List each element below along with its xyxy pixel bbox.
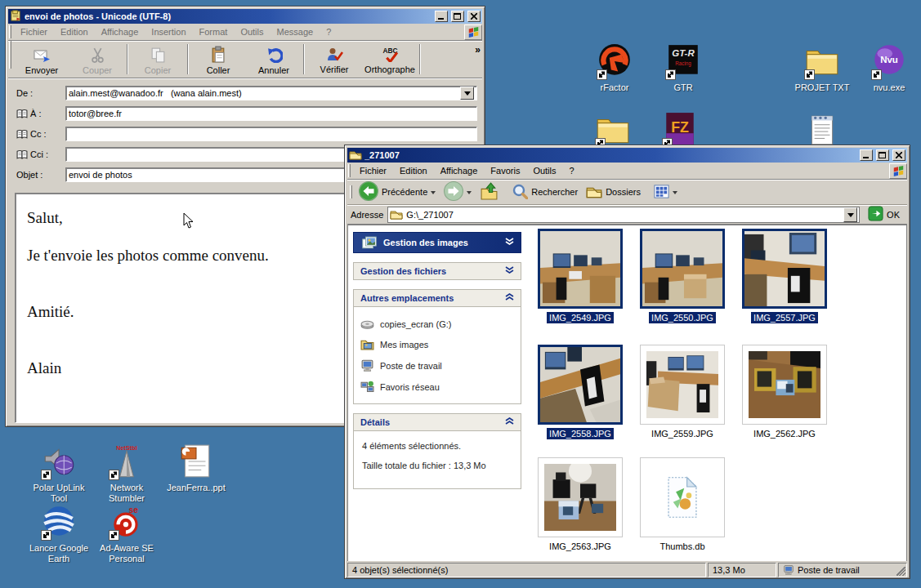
desktop-icon-label: rFactor bbox=[580, 82, 649, 93]
file-item-img-2557-jpg[interactable]: IMG_2557.JPG bbox=[742, 229, 827, 323]
shortcut-arrow-icon bbox=[597, 69, 607, 80]
file-item-img-2563-jpg[interactable]: IMG_2563.JPG bbox=[538, 457, 623, 552]
field-label-à[interactable]: À : bbox=[16, 108, 65, 120]
address-book-icon[interactable] bbox=[16, 149, 28, 161]
menu-favoris[interactable]: Favoris bbox=[484, 163, 526, 178]
field-input-à[interactable]: totor@bree.fr bbox=[65, 106, 477, 121]
menu-message[interactable]: Message bbox=[270, 24, 320, 39]
desktop-icon-rfactor[interactable]: rFactor bbox=[580, 42, 649, 93]
desktop-icon-ad-aware-se-personal[interactable]: se Ad-Aware SE Personal bbox=[92, 503, 161, 564]
place-link-copies-ecran-g-[interactable]: copies_ecran (G:) bbox=[359, 314, 516, 334]
desktop-icon-polar-uplink-tool[interactable]: Polar UpLink Tool bbox=[25, 443, 93, 504]
menu-?[interactable]: ? bbox=[563, 163, 581, 178]
field-label-cc[interactable]: Cc : bbox=[16, 128, 65, 140]
desktop-icon-jeanferra-ppt[interactable]: JeanFerra..ppt bbox=[162, 443, 230, 493]
file-item-img-2562-jpg[interactable]: IMG_2562.JPG bbox=[742, 345, 827, 439]
file-item-img-2550-jpg[interactable]: IMG_2550.JPG bbox=[640, 229, 725, 323]
toolbar-overflow-chevron[interactable]: » bbox=[475, 44, 479, 56]
place-link-favoris-réseau[interactable]: Favoris réseau bbox=[359, 376, 516, 397]
desktop-icon-lancer-google-earth[interactable]: Lancer Google Earth bbox=[25, 503, 93, 564]
close-button[interactable] bbox=[892, 149, 905, 161]
toolbar-grip[interactable] bbox=[350, 185, 352, 198]
explorer-titlebar[interactable]: _271007 bbox=[347, 148, 907, 163]
desktop-icon-label: Ad-Aware SE Personal bbox=[92, 543, 161, 564]
shortcut-arrow-icon bbox=[871, 69, 882, 80]
back-button[interactable]: Précédente bbox=[355, 180, 440, 203]
desktop-icon-label: Lancer Google Earth bbox=[25, 543, 93, 564]
menu-edition[interactable]: Edition bbox=[54, 24, 95, 39]
minimize-button[interactable] bbox=[860, 149, 873, 161]
field-input-de[interactable]: alain.mest@wanadoo.fr (wana alain.mest) bbox=[65, 86, 477, 100]
up-button[interactable] bbox=[476, 180, 503, 203]
menubar-grip[interactable] bbox=[9, 25, 11, 38]
place-link-poste-de-travail[interactable]: Poste de travail bbox=[359, 355, 516, 376]
toolbar-grip[interactable] bbox=[9, 41, 11, 69]
send-button[interactable]: Envoyer bbox=[14, 41, 69, 78]
address-book-icon[interactable] bbox=[16, 128, 28, 140]
chevron-up-icon[interactable] bbox=[505, 417, 514, 427]
maximize-button[interactable] bbox=[451, 11, 464, 22]
menu-affichage[interactable]: Affichage bbox=[434, 163, 485, 178]
copy-button[interactable]: Copier bbox=[130, 41, 186, 78]
forward-button[interactable] bbox=[440, 180, 476, 203]
search-button[interactable]: Rechercher bbox=[507, 180, 582, 203]
folders-button[interactable]: Dossiers bbox=[582, 180, 645, 203]
desktop: se Ad-Aware SE Personal Lancer Google Ea… bbox=[0, 0, 921, 588]
menubar-grip[interactable] bbox=[348, 164, 351, 177]
myimages-icon bbox=[360, 337, 374, 352]
paste-button[interactable]: Coller bbox=[190, 41, 246, 78]
go-button[interactable]: OK bbox=[864, 203, 904, 226]
file-item-img-2559-jpg[interactable]: IMG_2559.JPG bbox=[640, 345, 725, 439]
desktop-icon-gtr[interactable]: GT-RRacing GTR bbox=[649, 42, 718, 93]
undo-button[interactable]: Annuler bbox=[246, 41, 302, 78]
address-dropdown-button[interactable] bbox=[843, 207, 857, 222]
svg-text:FZ: FZ bbox=[671, 119, 689, 136]
email-titlebar[interactable]: envoi de photos - Unicode (UTF-8) bbox=[8, 9, 482, 24]
task-section-autres-emplacements: Autres emplacements copies_ecran (G:) Me… bbox=[353, 289, 521, 404]
file-item-img-2549-jpg[interactable]: IMG_2549.JPG bbox=[538, 229, 623, 323]
menu-affichage[interactable]: Affichage bbox=[95, 24, 145, 39]
field-input-cc[interactable] bbox=[65, 127, 477, 141]
address-book-icon[interactable] bbox=[16, 108, 28, 120]
section-header-détails[interactable]: Détails bbox=[353, 413, 521, 431]
chevron-up-icon[interactable] bbox=[505, 293, 514, 303]
verify-button[interactable]: Vérifier bbox=[306, 41, 362, 78]
chevron-down-icon[interactable] bbox=[505, 266, 514, 276]
place-link-mes-images[interactable]: Mes images bbox=[359, 334, 516, 355]
section-header-gestion-des-images[interactable]: Gestion des images bbox=[353, 232, 521, 253]
minimize-button[interactable] bbox=[435, 11, 448, 22]
menu-insertion[interactable]: Insertion bbox=[145, 24, 192, 39]
menu-fichier[interactable]: Fichier bbox=[14, 24, 54, 39]
folders-icon bbox=[586, 184, 602, 200]
field-label-objet: Objet : bbox=[16, 170, 65, 180]
resize-grip[interactable] bbox=[896, 567, 905, 576]
toolbar-separator bbox=[127, 44, 128, 74]
explorer-window-controls bbox=[859, 149, 905, 162]
menu-outils[interactable]: Outils bbox=[526, 163, 562, 178]
file-item-thumbs-db[interactable]: Thumbs.db bbox=[640, 457, 725, 552]
desktop-icon-network-stumbler[interactable]: NetStbl Network Stumbler bbox=[92, 443, 161, 504]
field-label-cci[interactable]: Cci : bbox=[16, 149, 65, 161]
address-input[interactable]: G:\_271007 bbox=[387, 207, 860, 223]
maximize-button[interactable] bbox=[876, 149, 889, 161]
desktop-icon-projet-txt[interactable]: PROJET TXT bbox=[788, 42, 856, 93]
spell-button[interactable]: ABCOrthographe bbox=[362, 41, 418, 78]
dropdown-button[interactable] bbox=[460, 87, 474, 100]
notepad-icon bbox=[803, 111, 840, 149]
email-menubar: FichierEditionAffichageInsertionFormatOu… bbox=[8, 24, 482, 41]
close-button[interactable] bbox=[467, 11, 481, 22]
file-item-img-2558-jpg[interactable]: IMG_2558.JPG bbox=[538, 345, 623, 439]
menu-fichier[interactable]: Fichier bbox=[353, 163, 393, 178]
section-header-gestion-des-fichiers[interactable]: Gestion des fichiers bbox=[353, 262, 521, 280]
chevron-down-icon[interactable] bbox=[505, 238, 514, 247]
cut-button[interactable]: Couper bbox=[69, 41, 125, 78]
menu-edition[interactable]: Edition bbox=[393, 163, 434, 178]
menu-outils[interactable]: Outils bbox=[234, 24, 270, 39]
menu-?[interactable]: ? bbox=[320, 24, 338, 39]
imghdr-icon bbox=[360, 235, 378, 251]
section-header-autres-emplacements[interactable]: Autres emplacements bbox=[353, 289, 521, 307]
views-button[interactable] bbox=[650, 180, 682, 203]
file-name-label: IMG_2558.JPG bbox=[547, 428, 614, 439]
desktop-icon-nvu-exe[interactable]: Nvu nvu.exe bbox=[855, 42, 921, 93]
menu-format[interactable]: Format bbox=[193, 24, 235, 39]
